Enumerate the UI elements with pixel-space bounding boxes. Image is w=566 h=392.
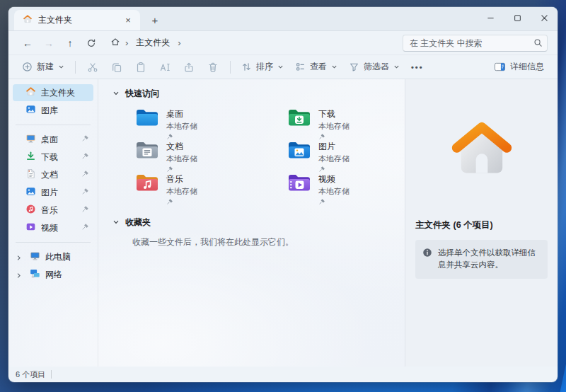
- pin-icon: [81, 170, 89, 180]
- details-pane-button[interactable]: 详细信息: [489, 57, 549, 77]
- cut-button[interactable]: [81, 57, 104, 77]
- pin-icon: [81, 188, 89, 197]
- sidebar-separator: [16, 125, 91, 125]
- tile-subtitle: 本地存储: [318, 121, 350, 132]
- tab-bar: 主文件夹 × +: [8, 7, 558, 31]
- tab-close-icon[interactable]: ×: [122, 14, 134, 27]
- navigation-bar: ← → ↑ › 主文件夹 ›: [8, 31, 558, 55]
- breadcrumb-home-icon[interactable]: [110, 37, 120, 49]
- pin-icon: [81, 205, 89, 215]
- view-button[interactable]: 查看: [290, 57, 342, 77]
- sidebar-item-label: 图片: [41, 187, 76, 199]
- computer-icon: [30, 250, 40, 263]
- network-icon: [30, 268, 40, 281]
- search-input[interactable]: [403, 35, 548, 52]
- desktop-icon: [25, 133, 36, 146]
- quick-access-grid: 桌面 本地存储: [132, 106, 405, 204]
- favorites-header[interactable]: 收藏夹: [112, 214, 405, 231]
- status-divider: [51, 370, 52, 379]
- quick-access-tile-music[interactable]: 音乐 本地存储: [132, 171, 284, 204]
- sidebar-item-home[interactable]: 主文件夹: [13, 84, 93, 101]
- sidebar-item-this-pc[interactable]: 此电脑: [13, 248, 93, 265]
- quick-access-tile-desktop[interactable]: 桌面 本地存储: [132, 106, 284, 139]
- view-button-label: 查看: [310, 61, 327, 73]
- details-title: 主文件夹 (6 个项目): [415, 219, 548, 231]
- sidebar-item-label: 下载: [41, 151, 76, 163]
- quick-access-tile-videos[interactable]: 视频 本地存储: [284, 171, 405, 204]
- chevron-right-icon[interactable]: [16, 253, 22, 263]
- home-icon: [23, 14, 33, 26]
- sort-button[interactable]: 排序: [236, 57, 289, 77]
- explorer-tab-home[interactable]: 主文件夹 ×: [14, 10, 140, 30]
- chevron-down-icon: [393, 64, 400, 70]
- up-button[interactable]: ↑: [61, 34, 79, 52]
- scissors-icon: [87, 62, 98, 73]
- chevron-right-icon[interactable]: [16, 271, 22, 281]
- delete-button[interactable]: [202, 57, 224, 77]
- sidebar-item-desktop[interactable]: 桌面: [13, 131, 93, 148]
- tile-name: 图片: [318, 141, 350, 153]
- music-icon: [25, 204, 36, 217]
- videos-folder-icon: [287, 173, 311, 192]
- back-button[interactable]: ←: [18, 34, 37, 52]
- sidebar-item-label: 音乐: [41, 204, 76, 217]
- music-folder-icon: [135, 173, 159, 192]
- pin-icon: [81, 223, 89, 233]
- favorites-empty-text: 收藏一些文件后，我们将在此处显示它们。: [132, 236, 405, 248]
- new-button[interactable]: 新建: [17, 57, 69, 77]
- forward-button[interactable]: →: [40, 34, 58, 52]
- info-icon: [422, 248, 432, 260]
- tile-name: 桌面: [166, 108, 197, 120]
- rename-button[interactable]: [154, 57, 176, 77]
- maximize-button[interactable]: [504, 7, 531, 28]
- tab-title: 主文件夹: [38, 14, 116, 26]
- sidebar-item-label: 视频: [41, 222, 76, 234]
- sidebar-item-documents[interactable]: 文档: [13, 166, 93, 183]
- refresh-button[interactable]: [82, 34, 100, 52]
- more-dots-icon: •••: [411, 63, 424, 71]
- quick-access-header[interactable]: 快速访问: [112, 85, 405, 102]
- navigation-sidebar: 主文件夹 图库 桌面: [8, 79, 98, 367]
- minimize-button[interactable]: [477, 7, 504, 28]
- paste-button[interactable]: [129, 57, 152, 77]
- tile-subtitle: 本地存储: [318, 186, 350, 197]
- chevron-down-icon: [277, 64, 284, 70]
- close-button[interactable]: [531, 7, 558, 28]
- quick-access-tile-pictures[interactable]: 图片 本地存储: [284, 139, 405, 171]
- sidebar-item-label: 主文件夹: [41, 87, 89, 99]
- documents-folder-icon: [135, 140, 159, 160]
- details-panel-icon: [494, 62, 506, 72]
- sidebar-item-music[interactable]: 音乐: [13, 202, 93, 219]
- sidebar-item-network[interactable]: 网络: [13, 266, 93, 283]
- sidebar-item-videos[interactable]: 视频: [13, 219, 93, 236]
- plus-circle-icon: [22, 62, 33, 72]
- chevron-down-icon: [58, 64, 64, 70]
- sidebar-item-gallery[interactable]: 图库: [13, 102, 93, 119]
- breadcrumb-chevron-icon[interactable]: ›: [178, 38, 180, 48]
- sidebar-item-downloads[interactable]: 下载: [13, 149, 93, 166]
- sidebar-item-label: 此电脑: [45, 251, 89, 263]
- tile-name: 音乐: [166, 173, 197, 185]
- quick-access-tile-documents[interactable]: 文档 本地存储: [132, 139, 284, 171]
- quick-access-tile-downloads[interactable]: 下载 本地存储: [284, 106, 405, 139]
- breadcrumb-item-home[interactable]: 主文件夹: [133, 35, 173, 50]
- sidebar-separator: [16, 242, 91, 243]
- gallery-icon: [25, 104, 36, 117]
- rename-icon: [159, 62, 171, 73]
- chevron-down-icon: [112, 90, 120, 97]
- share-button[interactable]: [178, 57, 200, 77]
- details-info-text: 选择单个文件以获取详细信息并共享云内容。: [438, 247, 541, 272]
- tile-name: 文档: [166, 141, 197, 153]
- more-options-button[interactable]: •••: [406, 57, 429, 77]
- sidebar-item-label: 网络: [45, 269, 89, 281]
- tile-name: 视频: [318, 173, 350, 185]
- tile-subtitle: 本地存储: [166, 186, 197, 197]
- pin-icon: [318, 197, 350, 207]
- filter-button[interactable]: 筛选器: [344, 57, 405, 77]
- new-tab-button[interactable]: +: [146, 11, 164, 29]
- home-icon: [25, 86, 36, 99]
- copy-button[interactable]: [105, 57, 128, 77]
- trash-icon: [207, 62, 219, 73]
- pin-icon: [166, 197, 197, 207]
- sidebar-item-pictures[interactable]: 图片: [13, 184, 93, 201]
